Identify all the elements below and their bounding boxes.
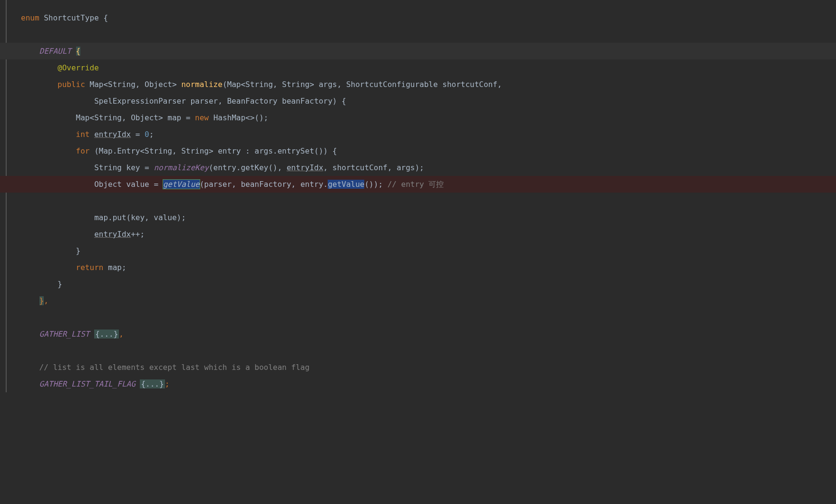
var-name: value [126,180,149,189]
number-literal: 0 [145,130,149,139]
var-name-underlined: entryIdx [94,130,131,139]
comment: // list is all elements except last whic… [39,363,310,372]
code-line[interactable]: SpelExpressionParser parser, BeanFactory… [0,93,836,109]
brace-close-match: } [39,296,44,305]
code-editor[interactable]: enum ShortcutType { DEFAULT { @Override … [0,0,836,392]
call-tail: ()); [364,180,387,189]
var-ref-underlined: entryIdx [94,230,131,239]
keyword-public: public [58,80,85,89]
method-sig-2: SpelExpressionParser parser, BeanFactory… [94,97,346,106]
code-line[interactable]: entryIdx++; [0,226,836,242]
selection-getvalue-2[interactable]: getValue [328,180,364,189]
statement: map.put(key, value); [94,213,186,222]
var-ref: map [108,263,122,272]
var-name: key [126,163,140,172]
semicolon: ; [165,379,170,388]
brace-open: { [103,13,108,22]
method-name: normalize [181,80,223,89]
code-line-blank[interactable] [0,342,836,359]
constructor: HashMap<>(); [214,113,269,122]
var-name: map [167,113,181,122]
keyword-enum: enum [21,13,39,22]
call-mid: (parser, beanFactory, entry. [200,180,328,189]
var-ref-underlined: entryIdx [287,163,323,172]
type-name: ShortcutType [44,13,99,22]
keyword-new: new [195,113,209,122]
code-line-blank[interactable] [0,26,836,43]
enum-constant: GATHER_LIST_TAIL_FLAG [39,379,136,388]
code-line[interactable]: enum ShortcutType { [0,10,836,26]
code-line[interactable]: public Map<String, Object> normalize(Map… [0,76,836,93]
method-sig-1: (Map<String, String> args, ShortcutConfi… [223,80,502,89]
inc-tail: ++; [131,230,145,239]
code-line[interactable]: } [0,242,836,259]
code-line-highlight[interactable]: DEFAULT { [0,43,836,59]
comma: , [44,296,49,305]
method-call-italic: normalizeKey [154,163,209,172]
keyword-return: return [76,263,104,272]
enum-constant: DEFAULT [39,47,71,56]
keyword-int: int [76,130,90,139]
code-line-blank[interactable] [0,309,836,326]
code-line[interactable]: GATHER_LIST {...}, [0,326,836,342]
code-line[interactable]: return map; [0,259,836,276]
code-line[interactable]: String key = normalizeKey(entry.getKey()… [0,159,836,176]
selection-getvalue[interactable]: getValue [163,180,200,189]
code-line[interactable]: for (Map.Entry<String, String> entry : a… [0,143,836,159]
var-type: Map<String, Object> [76,113,163,122]
equals: = [136,130,145,139]
fold-region[interactable]: {...} [94,330,119,339]
code-line-blank[interactable] [0,193,836,209]
annotation-override: @Override [58,63,99,72]
var-type: String [94,163,122,172]
brace-open-selected: { [76,47,81,56]
brace-close: } [76,246,81,255]
semicolon: ; [149,130,154,139]
for-head: (Map.Entry<String, String> entry : args.… [94,146,337,155]
code-line[interactable]: map.put(key, value); [0,209,836,226]
keyword-for: for [76,146,90,155]
var-type: Object [94,180,122,189]
code-line[interactable]: int entryIdx = 0; [0,126,836,143]
equals: = [145,163,154,172]
fold-region[interactable]: {...} [140,379,165,388]
code-line[interactable]: // list is all elements except last whic… [0,359,836,376]
equals: = [186,113,191,122]
code-line[interactable]: @Override [0,59,836,76]
code-line[interactable]: GATHER_LIST_TAIL_FLAG {...}; [0,376,836,392]
code-line[interactable]: } [0,276,836,292]
comment: // entry 可控 [388,180,444,189]
code-line[interactable]: }, [0,292,836,309]
args-a: (entry.getKey(), [209,163,287,172]
equals: = [154,180,163,189]
enum-constant: GATHER_LIST [39,330,90,339]
brace-close: } [58,280,62,289]
semicolon: ; [122,263,126,272]
code-line[interactable]: Map<String, Object> map = new HashMap<>(… [0,109,836,126]
comma: , [119,330,124,339]
return-type: Map<String, Object> [90,80,177,89]
code-line-error[interactable]: Object value = getValue(parser, beanFact… [0,176,836,193]
args-b: , shortcutConf, args); [323,163,424,172]
